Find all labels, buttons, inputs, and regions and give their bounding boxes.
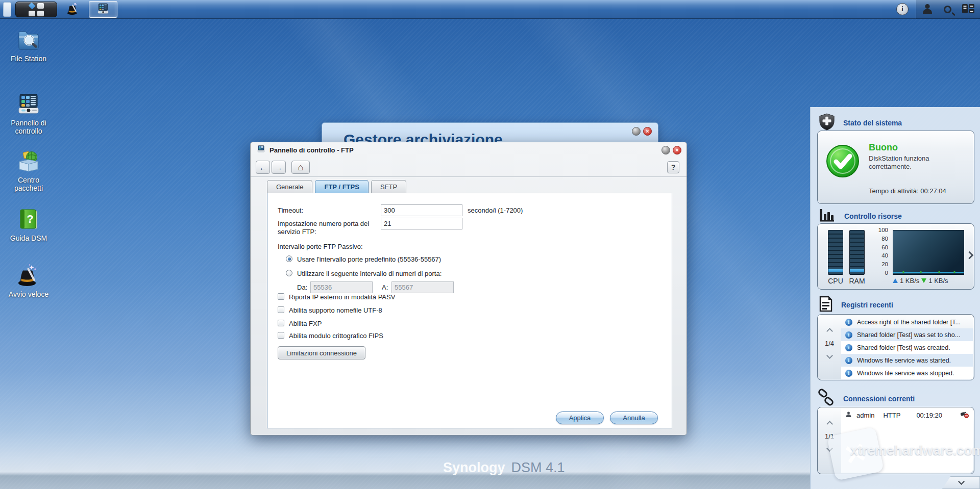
ftp-settings-panel: Timeout: secondo/i (1-7200) Impostazione… — [267, 193, 672, 428]
user-icon[interactable] — [921, 3, 934, 17]
dialog-titlebar[interactable]: Pannello di controllo - FTP × — [251, 142, 687, 158]
widget-title: Controllo risorse — [844, 212, 902, 220]
cancel-button[interactable]: Annulla — [610, 411, 658, 424]
status-message: DiskStation funziona correttamente. — [869, 155, 953, 171]
bar-chart-icon — [819, 208, 836, 224]
widget-title: Connessioni correnti — [843, 395, 915, 403]
connection-row[interactable]: admin HTTP 00:19:20 — [841, 408, 973, 422]
taskbar-item-avvio-veloce[interactable] — [61, 1, 85, 18]
tab-sftp[interactable]: SFTP — [371, 180, 406, 193]
ftp-port-input[interactable] — [381, 218, 462, 229]
info-bubble-icon: i — [845, 344, 852, 351]
desktop: i F — [0, 0, 980, 489]
ram-gauge — [849, 230, 865, 275]
download-speed: 1 KB/s — [928, 277, 948, 285]
port-label-line1: Impostazione numero porta del — [278, 220, 369, 227]
page-up-icon[interactable] — [826, 328, 833, 334]
green-check-icon — [826, 144, 860, 180]
connection-limits-button[interactable]: Limitazioni connessione — [278, 346, 365, 359]
dialog-pannello-di-controllo-ftp: Pannello di controllo - FTP × ← → ⌂ ? Ge… — [250, 142, 687, 435]
page-down-icon[interactable] — [826, 352, 833, 359]
tab-generale[interactable]: Generale — [267, 180, 312, 193]
forward-button[interactable]: → — [272, 161, 286, 174]
help-book-icon: ? — [16, 207, 41, 231]
desktop-icon-label: Avvio veloce — [5, 290, 52, 298]
upload-speed: 1 KB/s — [900, 277, 919, 285]
desktop-icon-guida-dsm[interactable]: ? Guida DSM — [5, 207, 52, 242]
radio-custom-range[interactable] — [286, 270, 292, 276]
app-grid-icon — [29, 3, 44, 16]
desktop-icon-centro-pacchetti[interactable]: Centro pacchetti — [5, 149, 52, 192]
dialog-tabs: Generale FTP / FTPS SFTP — [267, 180, 406, 193]
recent-logs-box: 1/4 i Access right of the shared folder … — [817, 314, 974, 380]
expand-chevron-icon[interactable] — [966, 251, 974, 260]
home-button[interactable]: ⌂ — [291, 161, 310, 174]
minimize-button[interactable] — [632, 127, 641, 136]
desktop-icon-label: File Station — [5, 55, 52, 63]
uptime-text: Tempo di attività: 00:27:04 — [869, 187, 946, 195]
radio-custom-range-label: Utilizzare il seguente intervallo di num… — [297, 270, 442, 277]
log-entry[interactable]: i Windows file service was started. — [841, 354, 973, 367]
port-label-line2: servizio FTP: — [278, 228, 316, 236]
checkbox-fips-label: Abilita modulo crittografico FIPS — [289, 332, 383, 340]
timeout-input[interactable] — [381, 204, 462, 216]
checkbox-pasv-ip-label: Riporta IP esterno in modalità PASV — [289, 293, 395, 301]
brand-logo: Synology — [443, 460, 505, 475]
info-circle-icon[interactable]: i — [896, 3, 909, 15]
search-icon[interactable] — [944, 6, 951, 13]
tab-ftp-ftps[interactable]: FTP / FTPS — [315, 180, 368, 193]
taskbar-tools — [916, 0, 980, 19]
timeout-suffix: secondo/i (1-7200) — [468, 207, 523, 214]
radio-default-range[interactable] — [286, 255, 292, 262]
show-desktop-button[interactable] — [3, 2, 11, 17]
range-to-input[interactable] — [391, 281, 454, 293]
download-arrow-icon — [921, 278, 926, 283]
close-icon[interactable]: × — [643, 127, 652, 136]
checkbox-fips[interactable] — [278, 332, 284, 339]
passive-range-label: Intervallo porte FTP Passivo: — [278, 243, 363, 250]
connection-time: 00:19:20 — [916, 411, 942, 419]
magic-hat-icon — [66, 2, 80, 18]
connection-user: admin — [856, 411, 874, 419]
log-entry[interactable]: i Access right of the shared folder [T..… — [841, 316, 973, 328]
range-to-label: A: — [382, 284, 388, 291]
back-button[interactable]: ← — [256, 161, 270, 174]
cpu-gauge — [828, 230, 843, 275]
minimize-button[interactable] — [662, 146, 670, 155]
info-bubble-icon: i — [845, 319, 852, 326]
checkbox-utf8-label: Abilita supporto nomefile UTF-8 — [289, 306, 382, 314]
control-panel-icon — [257, 145, 265, 155]
info-bubble-icon: i — [845, 370, 852, 377]
resource-monitor-box[interactable]: CPU RAM 100 80 60 40 20 0 1 KB/s 1 KB/s — [817, 223, 974, 290]
taskbar-item-pannello-di-controllo[interactable] — [89, 1, 117, 18]
close-icon[interactable]: × — [673, 146, 681, 155]
log-entry[interactable]: i Shared folder [Test] was created. — [841, 341, 973, 354]
log-entry[interactable]: i Shared folder [Test] was set to sho... — [841, 328, 973, 341]
info-bubble-icon: i — [845, 331, 852, 339]
taskbar: i — [0, 0, 980, 19]
page-indicator: 1/4 — [825, 340, 834, 347]
checkbox-pasv-ip[interactable] — [278, 293, 284, 300]
log-entry[interactable]: i Windows file service was stopped. — [841, 367, 973, 379]
control-panel-icon — [16, 92, 41, 116]
desktop-icon-file-station[interactable]: File Station — [5, 28, 52, 63]
range-from-input[interactable] — [310, 281, 373, 293]
page-up-icon[interactable] — [826, 421, 833, 427]
upload-arrow-icon — [893, 278, 898, 283]
widget-title: Stato del sistema — [843, 119, 902, 127]
system-status-box: Buono DiskStation funziona correttamente… — [817, 131, 974, 204]
widgets-panel-icon[interactable] — [962, 3, 975, 16]
desktop-icon-pannello-di-controllo[interactable]: Pannello di controllo — [5, 92, 52, 135]
help-button[interactable]: ? — [667, 161, 679, 173]
dsm-version: DSM 4.1 — [511, 460, 565, 475]
disconnect-plug-icon[interactable] — [960, 410, 969, 420]
main-menu-button[interactable] — [15, 2, 57, 17]
checkbox-utf8[interactable] — [278, 306, 284, 313]
dsm-version-watermark: SynologyDSM 4.1 — [443, 460, 565, 476]
desktop-icon-avvio-veloce[interactable]: Avvio veloce — [5, 263, 52, 298]
shield-cross-icon — [819, 113, 835, 133]
apply-button[interactable]: Applica — [556, 411, 604, 424]
xtremehardware-watermark: xtremehardware.com — [850, 443, 980, 458]
checkbox-fxp[interactable] — [278, 320, 284, 326]
file-station-icon — [16, 28, 41, 52]
